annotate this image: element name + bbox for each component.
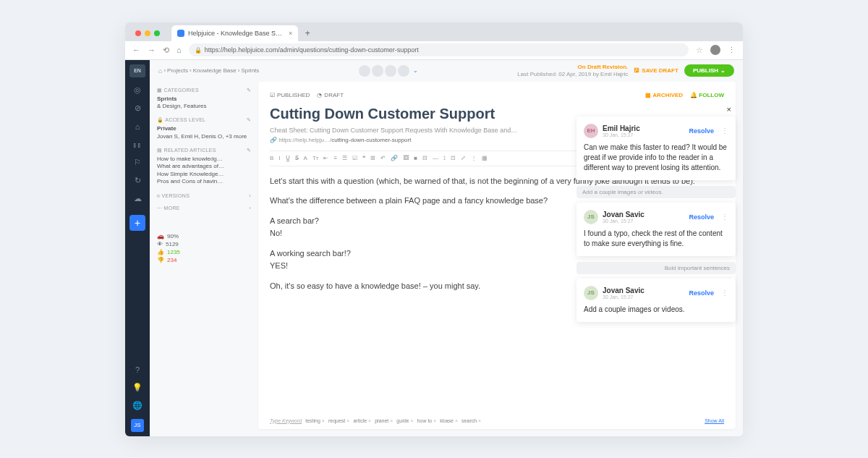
minimize-window-icon[interactable]: [145, 30, 150, 36]
save-draft-button[interactable]: 🖫 SAVE DRAFT: [634, 67, 678, 74]
breadcrumb-home-icon[interactable]: ⌂: [158, 67, 162, 75]
edit-icon[interactable]: ✎: [247, 148, 251, 153]
rail-user-avatar[interactable]: JS: [131, 419, 144, 432]
edit-icon[interactable]: ✎: [247, 117, 251, 123]
collab-avatars[interactable]: ⌄: [259, 65, 517, 77]
checklist-icon[interactable]: ☑: [352, 155, 357, 162]
users-icon[interactable]: ⚐: [132, 158, 142, 168]
draft-toggle[interactable]: ◔DRAFT: [317, 92, 344, 98]
published-toggle[interactable]: ☑PUBLISHED: [270, 92, 310, 98]
cloud-icon[interactable]: ☁: [132, 194, 142, 204]
browser-tab[interactable]: Helpjuice - Knowledge Base S… ×: [171, 25, 298, 41]
crumb-kb[interactable]: Knowledge Base: [193, 67, 237, 74]
bold-icon[interactable]: B: [270, 155, 273, 162]
speed-icon: 🚗: [157, 233, 164, 239]
language-selector[interactable]: EN: [129, 64, 145, 77]
browser-window: Helpjuice - Knowledge Base S… × + ← → ⟲ …: [125, 22, 743, 436]
side-categories[interactable]: ▦ CATEGORIES✎ Sprints& Design, Features: [157, 88, 251, 111]
home-rail-icon[interactable]: ⌂: [132, 122, 142, 132]
comment-more-icon[interactable]: ⋮: [721, 213, 728, 221]
activity-icon[interactable]: ↻: [132, 176, 142, 186]
comment-more-icon[interactable]: ⋮: [721, 127, 728, 135]
color-icon[interactable]: A: [304, 155, 307, 162]
analytics-icon[interactable]: ⫾⫾: [132, 140, 142, 150]
compass-icon[interactable]: ⊘: [132, 103, 142, 114]
side-more[interactable]: ⋯ MORE›: [157, 205, 251, 211]
help-icon[interactable]: ?: [132, 365, 142, 375]
avatar: JS: [584, 210, 598, 224]
list-icon[interactable]: ☰: [342, 155, 347, 162]
tag-item[interactable]: planet ×: [375, 418, 393, 423]
tab-title: Helpjuice - Knowledge Base S…: [188, 30, 282, 37]
close-tab-icon[interactable]: ×: [289, 30, 292, 37]
side-versions[interactable]: ⎋ VERSIONS›: [157, 193, 251, 198]
chevron-down-icon[interactable]: ⌄: [413, 67, 418, 74]
profile-avatar[interactable]: [710, 45, 720, 55]
idea-icon[interactable]: 💡: [132, 383, 142, 393]
table-icon[interactable]: ⊟: [422, 155, 427, 162]
code-icon[interactable]: ⊞: [370, 155, 375, 162]
italic-icon[interactable]: I: [278, 155, 280, 162]
comment-more-icon[interactable]: ⋮: [721, 289, 728, 297]
more3-icon[interactable]: ⋮: [471, 155, 477, 162]
comment-body: I found a typo, check the rest of the co…: [584, 229, 728, 249]
link-icon[interactable]: 🔗: [391, 155, 398, 162]
more-menu-icon[interactable]: ⋮: [728, 46, 736, 55]
favicon-icon: [177, 30, 184, 37]
add-button[interactable]: +: [129, 215, 145, 231]
more2-icon[interactable]: ⊡: [451, 155, 456, 162]
close-window-icon[interactable]: [135, 30, 141, 36]
follow-button[interactable]: 🔔 FOLLOW: [690, 92, 724, 98]
comment-card[interactable]: JS Jovan Savic 30 Jan, 15:27 Resolve ⋮ A…: [576, 279, 736, 322]
show-all-tags[interactable]: Show All: [705, 418, 724, 423]
tag-item[interactable]: testing ×: [305, 418, 325, 423]
quote-icon[interactable]: ❝: [362, 155, 365, 162]
video-icon[interactable]: ■: [414, 155, 417, 162]
resolve-button[interactable]: Resolve: [689, 213, 714, 221]
align-icon[interactable]: ≡: [333, 155, 337, 162]
indent-icon[interactable]: ⇤: [323, 155, 328, 162]
reload-icon[interactable]: ⟲: [163, 46, 169, 55]
tag-item[interactable]: how to ×: [417, 418, 437, 423]
publish-button[interactable]: PUBLISH ⌄: [684, 64, 734, 77]
strike-icon[interactable]: S̶: [295, 155, 299, 162]
tag-item[interactable]: search ×: [461, 418, 481, 423]
maximize-window-icon[interactable]: [154, 30, 160, 36]
source-icon[interactable]: ▦: [482, 155, 488, 162]
side-related[interactable]: ▤ RELATED ARTICLES✎ How to make knowledg…: [157, 148, 251, 186]
back-icon[interactable]: ←: [132, 46, 140, 55]
undo-icon[interactable]: ↶: [380, 155, 386, 162]
comment-card[interactable]: EH Emil Hajric 30 Jan, 15:27 Resolve ⋮ C…: [576, 116, 736, 180]
comment-card[interactable]: JS Jovan Savic 30 Jan, 15:27 Resolve ⋮ I…: [576, 203, 736, 256]
resolve-button[interactable]: Resolve: [689, 127, 714, 135]
fullscreen-icon[interactable]: ⤢: [461, 155, 466, 162]
hr-icon[interactable]: —: [433, 155, 438, 162]
home-icon[interactable]: ⌂: [176, 46, 182, 55]
tag-item[interactable]: kbase ×: [440, 418, 458, 423]
resolve-button[interactable]: Resolve: [689, 289, 714, 297]
underline-icon[interactable]: U̲: [286, 155, 290, 162]
left-rail: EN ◎ ⊘ ⌂ ⫾⫾ ⚐ ↻ ☁ + ? 💡 🌐 JS: [125, 60, 150, 436]
globe-icon[interactable]: 🌐: [132, 401, 142, 411]
image-icon[interactable]: 🖼: [403, 155, 409, 162]
side-access[interactable]: 🔒 ACCESS LEVEL✎ PrivateJovan S, Emil H, …: [157, 117, 251, 140]
comment-body: Add a couple images or videos.: [584, 305, 728, 315]
dashboard-icon[interactable]: ◎: [132, 85, 142, 96]
url-field[interactable]: 🔒 https://help.helpjuice.com/admin/quest…: [189, 43, 689, 56]
format-icon[interactable]: Tт: [312, 155, 319, 162]
archived-button[interactable]: ▦ ARCHIVED: [645, 92, 683, 98]
crumb-sprints[interactable]: Sprints: [241, 67, 259, 74]
crumb-projects[interactable]: Projects: [167, 67, 188, 74]
more1-icon[interactable]: ⟟: [443, 155, 446, 162]
window-controls[interactable]: [132, 30, 160, 41]
tag-item[interactable]: article ×: [353, 418, 371, 423]
tag-item[interactable]: request ×: [328, 418, 349, 423]
close-comments-icon[interactable]: ×: [576, 105, 736, 116]
star-icon[interactable]: ☆: [696, 46, 703, 55]
edit-icon[interactable]: ✎: [247, 88, 251, 93]
forward-icon[interactable]: →: [148, 46, 156, 55]
type-keyword-label[interactable]: Type Keyword: [270, 418, 302, 423]
tag-item[interactable]: guide ×: [396, 418, 413, 423]
new-tab-button[interactable]: +: [301, 28, 314, 41]
breadcrumb[interactable]: ⌂ ›Projects ›Knowledge Base ›Sprints: [158, 67, 259, 75]
